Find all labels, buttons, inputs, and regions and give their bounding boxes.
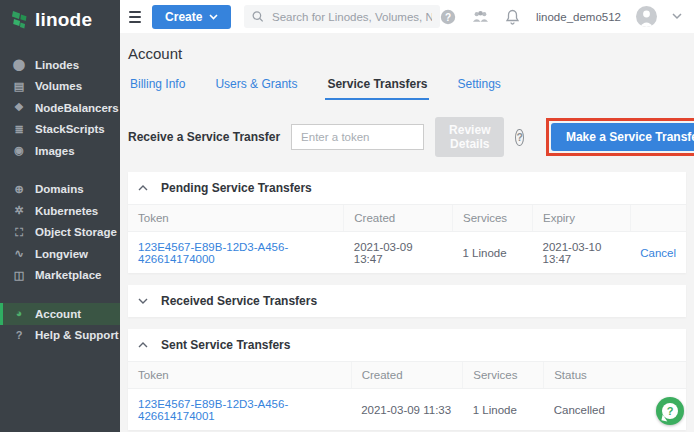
help-fab-button[interactable]: ?	[656, 397, 684, 425]
column-services: Services	[453, 205, 533, 232]
column-token: Token	[128, 205, 344, 232]
created-cell: 2021-03-09 13:47	[344, 232, 453, 274]
column-services: Services	[463, 362, 544, 389]
services-cell: 1 Linode	[463, 389, 544, 431]
avatar[interactable]	[636, 6, 657, 27]
object-storage-icon: ⛶	[12, 227, 26, 238]
username-label[interactable]: linode_demo512	[536, 11, 621, 23]
pending-panel-header[interactable]: Pending Service Transfers	[128, 172, 686, 204]
help-circle-icon[interactable]: ?	[440, 8, 457, 25]
annotation-highlight-box: Make a Service Transfer	[546, 118, 694, 156]
sent-panel-header[interactable]: Sent Service Transfers	[128, 329, 686, 361]
column-created: Created	[351, 362, 463, 389]
sidebar-nav: ⬤ Linodes ▤ Volumes ❖ NodeBalancers ≣ St…	[0, 54, 120, 346]
menu-icon[interactable]	[129, 11, 141, 23]
kubernetes-icon: ✲	[12, 205, 26, 216]
sidebar-item-nodebalancers[interactable]: ❖ NodeBalancers	[0, 97, 120, 119]
sidebar-item-images[interactable]: ◉ Images	[0, 140, 120, 162]
pending-transfers-panel: Pending Service Transfers Token Created …	[128, 172, 686, 273]
search-icon	[252, 10, 264, 23]
sidebar-item-label: Images	[35, 145, 75, 157]
sidebar-item-object-storage[interactable]: ⛶ Object Storage	[0, 222, 120, 244]
account-menu-chevron-icon[interactable]	[672, 13, 682, 20]
chevron-down-icon	[138, 298, 148, 304]
table-row: 123E4567-E89B-12D3-A456-426614174000 202…	[128, 232, 686, 274]
chat-bubble-question-icon: ?	[662, 403, 678, 419]
chevron-down-icon	[209, 14, 218, 20]
nodebalancer-icon: ❖	[12, 102, 26, 113]
received-panel-header[interactable]: Received Service Transfers	[128, 285, 686, 317]
help-tooltip-icon[interactable]: ?	[515, 129, 523, 146]
sidebar-item-label: Marketplace	[35, 269, 101, 281]
make-service-transfer-button[interactable]: Make a Service Transfer	[551, 123, 694, 151]
create-button-label: Create	[165, 10, 202, 24]
sidebar-item-label: Object Storage	[35, 226, 117, 238]
tab-settings[interactable]: Settings	[455, 75, 502, 100]
receive-transfer-label: Receive a Service Transfer	[128, 130, 280, 144]
sidebar-item-label: NodeBalancers	[35, 102, 119, 114]
domains-icon: ⊕	[12, 184, 26, 195]
column-expiry: Expiry	[532, 205, 630, 232]
svg-text:?: ?	[445, 11, 451, 22]
global-search[interactable]	[244, 5, 439, 28]
help-icon: ?	[12, 330, 26, 341]
logo-text: linode	[35, 9, 92, 31]
sidebar-item-volumes[interactable]: ▤ Volumes	[0, 76, 120, 98]
review-details-button[interactable]: Review Details	[435, 117, 504, 157]
sidebar-divider	[0, 286, 120, 303]
services-cell: 1 Linode	[453, 232, 533, 274]
account-icon: ◕	[12, 308, 26, 319]
tab-billing-info[interactable]: Billing Info	[128, 75, 187, 100]
page-title: Account	[128, 45, 686, 62]
sent-transfers-panel: Sent Service Transfers Token Created Ser…	[128, 329, 686, 430]
token-link[interactable]: 123E4567-E89B-12D3-A456-426614174001	[138, 398, 288, 422]
cancel-link[interactable]: Cancel	[640, 247, 676, 259]
table-header-row: Token Created Services Status	[128, 362, 686, 389]
sidebar-item-stackscripts[interactable]: ≣ StackScripts	[0, 119, 120, 141]
sidebar-item-label: Kubernetes	[35, 205, 98, 217]
received-panel-title: Received Service Transfers	[161, 294, 317, 308]
main-content: Account Billing Info Users & Grants Serv…	[120, 33, 694, 432]
header-actions: ? linode_demo512	[440, 6, 682, 27]
search-input[interactable]	[272, 11, 432, 23]
marketplace-icon: ◫	[12, 270, 26, 281]
sent-panel-title: Sent Service Transfers	[161, 338, 290, 352]
sent-transfers-table: Token Created Services Status 123E4567-E…	[128, 361, 686, 430]
tab-users-grants[interactable]: Users & Grants	[213, 75, 299, 100]
sidebar: linode ⬤ Linodes ▤ Volumes ❖ NodeBalance…	[0, 0, 120, 432]
token-input[interactable]	[291, 124, 424, 150]
sidebar-item-linodes[interactable]: ⬤ Linodes	[0, 54, 120, 76]
create-button[interactable]: Create	[152, 5, 231, 29]
table-row: 123E4567-E89B-12D3-A456-426614174001 202…	[128, 389, 686, 431]
sidebar-item-kubernetes[interactable]: ✲ Kubernetes	[0, 200, 120, 222]
chevron-up-icon	[138, 342, 148, 348]
sidebar-item-label: Domains	[35, 183, 84, 195]
notifications-bell-icon[interactable]	[504, 8, 521, 25]
sidebar-item-marketplace[interactable]: ◫ Marketplace	[0, 265, 120, 287]
column-created: Created	[344, 205, 453, 232]
sidebar-divider	[0, 162, 120, 179]
sidebar-item-domains[interactable]: ⊕ Domains	[0, 179, 120, 201]
sidebar-item-account[interactable]: ◕ Account	[0, 303, 120, 325]
account-tabs: Billing Info Users & Grants Service Tran…	[128, 75, 686, 100]
token-link[interactable]: 123E4567-E89B-12D3-A456-426614174000	[138, 241, 288, 265]
created-cell: 2021-03-09 11:33	[351, 389, 463, 431]
received-transfers-panel: Received Service Transfers	[128, 285, 686, 317]
expiry-cell: 2021-03-10 13:47	[532, 232, 630, 274]
sidebar-item-label: Volumes	[35, 80, 82, 92]
sidebar-item-label: Longview	[35, 248, 88, 260]
pending-panel-title: Pending Service Transfers	[161, 181, 312, 195]
longview-icon: ∿	[12, 248, 26, 259]
linode-logo[interactable]: linode	[0, 0, 120, 32]
pending-transfers-table: Token Created Services Expiry 123E4567-E…	[128, 204, 686, 273]
linode-icon: ⬤	[12, 59, 26, 70]
sidebar-item-label: Account	[35, 308, 81, 320]
sidebar-item-help-support[interactable]: ? Help & Support	[0, 325, 120, 347]
linode-logo-icon	[11, 10, 29, 30]
tab-service-transfers[interactable]: Service Transfers	[325, 75, 429, 100]
column-status: Status	[544, 362, 686, 389]
sidebar-item-longview[interactable]: ∿ Longview	[0, 243, 120, 265]
top-header: Create ?	[120, 0, 694, 33]
community-icon[interactable]	[472, 8, 489, 25]
column-token: Token	[128, 362, 351, 389]
